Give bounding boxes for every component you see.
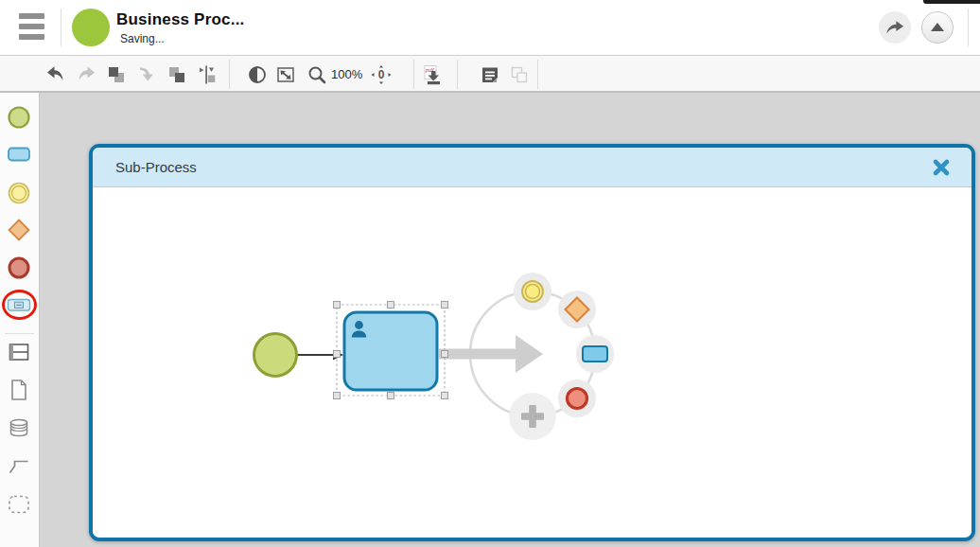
redo-button[interactable]: [75, 62, 99, 87]
close-icon: [932, 158, 951, 177]
copy-icon: [106, 64, 127, 85]
toolbar-divider: [457, 60, 458, 89]
document-icon: [7, 378, 31, 402]
window-edge: [923, 0, 980, 4]
panel-close-button[interactable]: [930, 156, 953, 179]
user-task-node[interactable]: [344, 312, 437, 390]
palette-pool[interactable]: [7, 340, 31, 364]
toolbar-divider: [229, 60, 230, 89]
redo-icon: [77, 64, 97, 85]
snap-align-button[interactable]: [194, 62, 219, 87]
editor-toolbar: 100% 0 pdf: [0, 55, 980, 93]
share-button[interactable]: [879, 11, 911, 44]
start-event-icon: [7, 105, 31, 130]
header-divider: [61, 9, 61, 46]
contrast-button[interactable]: [245, 62, 270, 87]
palette-divider: [5, 333, 34, 334]
copy-style-icon: [508, 64, 529, 85]
palette-connector[interactable]: [7, 453, 31, 478]
intermediate-event-icon: [7, 181, 31, 205]
title-block: Business Proc... Saving...: [116, 10, 244, 45]
palette-document[interactable]: [7, 378, 31, 402]
context-option-task[interactable]: [576, 335, 614, 373]
duplicate-button[interactable]: [165, 62, 189, 87]
start-event-node[interactable]: [254, 334, 297, 377]
fit-view-button[interactable]: [273, 62, 298, 87]
sub-process-editor[interactable]: [93, 187, 971, 537]
context-option-add-button[interactable]: [509, 393, 556, 440]
panel-title: Sub-Process: [115, 159, 197, 175]
collapse-button[interactable]: [921, 11, 954, 44]
notes-icon: [480, 64, 500, 85]
palette-gateway[interactable]: [7, 218, 31, 242]
svg-text:0: 0: [378, 68, 385, 81]
fit-view-icon: [275, 64, 296, 85]
toolbar-divider: [537, 60, 538, 89]
zoom-magnifier-icon: [306, 64, 327, 85]
export-pdf-icon: pdf: [422, 63, 445, 86]
app-header: Business Proc... Saving...: [0, 0, 980, 55]
sub-process-panel: Sub-Process: [89, 144, 975, 541]
page-title[interactable]: Business Proc...: [116, 10, 244, 29]
gateway-icon: [7, 218, 31, 242]
sub-process-panel-header: Sub-Process: [93, 148, 971, 187]
export-pdf-button[interactable]: pdf: [421, 62, 446, 87]
process-logo-icon[interactable]: [72, 9, 110, 46]
context-option-gateway[interactable]: [558, 291, 596, 328]
task-icon: [7, 142, 31, 167]
pan-reset-icon: 0: [370, 64, 393, 85]
copy-button[interactable]: [104, 62, 129, 87]
flow-preview-arrow: [439, 335, 543, 373]
snap-align-icon: [196, 64, 217, 85]
end-event-icon: [7, 256, 31, 280]
toolbar-divider: [413, 60, 414, 89]
hamburger-icon: [19, 13, 44, 19]
header-divider-right: [968, 9, 969, 46]
contrast-icon: [247, 64, 268, 85]
palette-group[interactable]: [7, 492, 31, 517]
paste-button[interactable]: [134, 62, 159, 87]
paste-arrow-icon: [136, 64, 157, 85]
diagram-surface: [93, 187, 971, 537]
app-window: Business Proc... Saving...: [0, 0, 980, 547]
palette-intermediate-event[interactable]: [7, 181, 31, 205]
zoom-level[interactable]: 100%: [331, 67, 362, 81]
share-icon: [885, 19, 904, 36]
context-option-intermediate-event[interactable]: [514, 273, 551, 310]
palette-sub-process[interactable]: [7, 292, 31, 317]
save-status: Saving...: [120, 32, 244, 45]
data-store-icon: [7, 415, 31, 440]
pool-icon: [7, 340, 31, 364]
palette-data-store[interactable]: [7, 415, 31, 440]
menu-button[interactable]: [19, 13, 44, 41]
palette-start-event[interactable]: [7, 105, 31, 130]
copy-style-button[interactable]: [506, 62, 531, 87]
undo-icon: [44, 64, 65, 85]
palette-task[interactable]: [7, 142, 31, 167]
group-icon: [7, 492, 31, 517]
undo-button[interactable]: [43, 62, 67, 87]
diagram-canvas[interactable]: Sub-Process: [40, 93, 980, 547]
connector-icon: [7, 453, 31, 478]
pan-reset-button[interactable]: 0: [369, 62, 394, 87]
zoom-button[interactable]: [305, 62, 329, 87]
notes-button[interactable]: [478, 62, 502, 87]
sub-process-icon: [7, 292, 31, 317]
shape-palette: T: [0, 93, 40, 547]
palette-end-event[interactable]: [7, 256, 31, 280]
collapse-up-icon: [930, 22, 945, 33]
duplicate-icon: [166, 64, 187, 85]
context-option-end-event[interactable]: [558, 379, 596, 417]
